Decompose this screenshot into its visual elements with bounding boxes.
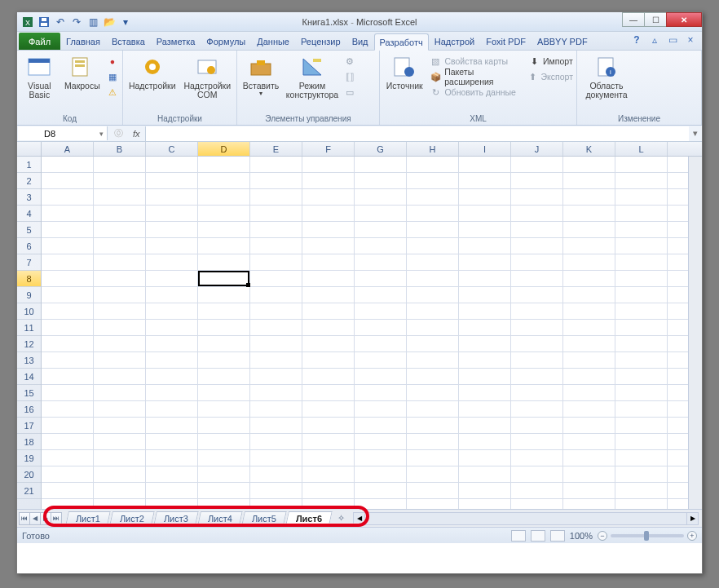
macro-security-button[interactable]: ⚠: [106, 85, 119, 99]
name-box-dropdown-icon[interactable]: ▾: [99, 130, 104, 138]
run-dialog-button[interactable]: ▭: [343, 85, 356, 99]
row-header-3[interactable]: 3: [17, 189, 41, 206]
cells-grid[interactable]: [42, 157, 702, 509]
sheet-tab-2[interactable]: Лист2: [109, 511, 155, 525]
formula-input[interactable]: [145, 126, 689, 141]
tab-data[interactable]: Данные: [251, 33, 295, 50]
vertical-scrollbar[interactable]: [688, 157, 702, 509]
tab-review[interactable]: Рецензир: [295, 33, 346, 50]
row-header-20[interactable]: 20: [17, 466, 41, 483]
com-addins-button[interactable]: Надстройки COM: [182, 52, 234, 99]
sheet-tab-4[interactable]: Лист4: [197, 511, 243, 525]
document-panel-button[interactable]: i Область документа: [580, 52, 633, 99]
expansion-packs-button[interactable]: 📦Пакеты расширения: [429, 69, 524, 84]
mdi-close-icon[interactable]: ×: [684, 34, 697, 46]
row-header-8[interactable]: 8: [17, 271, 41, 287]
macros-button[interactable]: Макросы: [62, 52, 103, 91]
properties-button[interactable]: ⚙: [343, 54, 356, 69]
row-header-16[interactable]: 16: [17, 401, 41, 418]
undo-icon[interactable]: ↶: [53, 15, 68, 29]
sheet-tab-3[interactable]: Лист3: [153, 511, 199, 525]
open-icon[interactable]: 📂: [102, 15, 117, 29]
import-button[interactable]: ⬇Импорт: [527, 54, 573, 69]
col-header-F[interactable]: F: [302, 142, 355, 156]
tab-formulas[interactable]: Формулы: [201, 33, 251, 50]
row-header-6[interactable]: 6: [17, 238, 41, 254]
row-header-1[interactable]: 1: [17, 157, 41, 173]
tab-file[interactable]: Файл: [19, 33, 60, 50]
design-mode-button[interactable]: Режим конструктора: [285, 52, 340, 99]
export-button[interactable]: ⬆Экспорт: [527, 69, 573, 84]
row-header-21[interactable]: 21: [17, 483, 41, 499]
new-sheet-button[interactable]: ✧: [332, 513, 350, 524]
hscroll-right-icon[interactable]: ▶: [686, 513, 698, 524]
row-header-10[interactable]: 10: [17, 303, 41, 320]
maximize-button[interactable]: ☐: [644, 12, 667, 27]
formula-expand-icon[interactable]: ▾: [689, 128, 702, 139]
view-normal-button[interactable]: [511, 530, 526, 542]
row-header-19[interactable]: 19: [17, 450, 41, 466]
name-box[interactable]: ▾: [18, 126, 108, 140]
addins-button[interactable]: Надстройки: [126, 52, 179, 91]
active-cell[interactable]: [198, 271, 249, 286]
zoom-out-button[interactable]: −: [598, 531, 607, 541]
insert-controls-button[interactable]: Вставить▾: [240, 52, 281, 97]
col-header-D[interactable]: D: [198, 142, 250, 156]
tab-addins[interactable]: Надстрой: [429, 33, 480, 50]
sheet-tab-6[interactable]: Лист6: [285, 511, 333, 525]
mdi-restore-icon[interactable]: ▭: [666, 34, 679, 46]
save-icon[interactable]: [37, 15, 51, 29]
row-header-17[interactable]: 17: [17, 418, 41, 434]
col-header-H[interactable]: H: [407, 142, 459, 156]
tab-nav-prev[interactable]: ◀: [29, 512, 41, 525]
zoom-slider[interactable]: [611, 534, 684, 537]
name-box-input[interactable]: [21, 129, 78, 139]
record-macro-button[interactable]: ●: [106, 54, 119, 69]
hscroll-left-icon[interactable]: ◀: [354, 513, 365, 524]
row-header-13[interactable]: 13: [17, 352, 41, 369]
horizontal-scrollbar[interactable]: ◀ ▶: [353, 512, 699, 525]
redo-icon[interactable]: ↷: [69, 15, 84, 29]
visual-basic-button[interactable]: Visual Basic: [20, 52, 59, 99]
row-header-7[interactable]: 7: [17, 254, 41, 271]
row-header-4[interactable]: 4: [17, 206, 41, 222]
col-header-I[interactable]: I: [459, 142, 511, 156]
ribbon-minimize-icon[interactable]: ▵: [648, 34, 661, 46]
row-header-18[interactable]: 18: [17, 434, 41, 450]
view-page-layout-button[interactable]: [531, 530, 545, 542]
relative-refs-button[interactable]: ▦: [106, 69, 119, 84]
sheet-tab-5[interactable]: Лист5: [241, 511, 287, 525]
tab-insert[interactable]: Вставка: [106, 33, 151, 50]
close-button[interactable]: ✕: [666, 12, 702, 27]
tab-abbyy[interactable]: ABBYY PDF: [532, 33, 593, 50]
view-code-button[interactable]: ⟦⟧: [343, 69, 356, 84]
col-header-B[interactable]: B: [94, 142, 146, 156]
zoom-in-button[interactable]: +: [687, 531, 697, 541]
col-header-J[interactable]: J: [511, 142, 563, 156]
tab-home[interactable]: Главная: [60, 33, 106, 50]
zoom-level[interactable]: 100%: [570, 531, 593, 541]
tab-layout[interactable]: Разметка: [151, 33, 201, 50]
col-header-C[interactable]: C: [146, 142, 198, 156]
row-header-2[interactable]: 2: [17, 173, 41, 189]
row-header-14[interactable]: 14: [17, 369, 41, 385]
tab-foxit[interactable]: Foxit PDF: [480, 33, 532, 50]
sheet-tab-1[interactable]: Лист1: [65, 511, 111, 525]
row-header-15[interactable]: 15: [17, 385, 41, 401]
row-header-9[interactable]: 9: [17, 287, 41, 303]
row-header-5[interactable]: 5: [17, 222, 41, 238]
minimize-button[interactable]: —: [622, 12, 645, 27]
help-icon[interactable]: ?: [630, 34, 643, 46]
col-header-A[interactable]: A: [42, 142, 94, 156]
tab-view[interactable]: Вид: [346, 33, 374, 50]
view-page-break-button[interactable]: [550, 530, 565, 542]
col-header-L[interactable]: L: [615, 142, 668, 156]
col-header-E[interactable]: E: [250, 142, 302, 156]
qat-customize-icon[interactable]: ▾: [118, 15, 133, 29]
row-header-12[interactable]: 12: [17, 336, 41, 352]
col-header-K[interactable]: K: [563, 142, 615, 156]
tab-nav-first[interactable]: ⏮: [19, 512, 30, 525]
xml-source-button[interactable]: Источник: [383, 52, 426, 91]
select-all-corner[interactable]: [17, 142, 42, 156]
tab-nav-last[interactable]: ⏭: [51, 512, 62, 525]
